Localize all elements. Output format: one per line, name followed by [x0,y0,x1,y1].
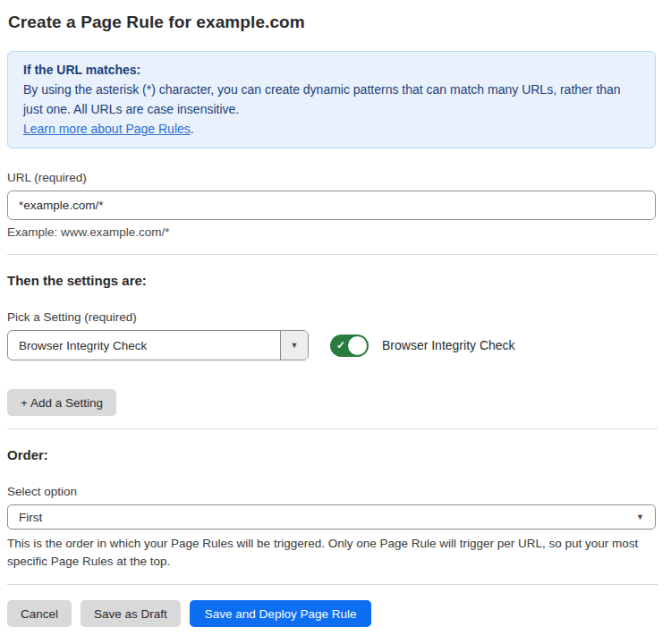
settings-section-heading: Then the settings are: [7,273,658,288]
url-example-hint: Example: www.example.com/* [7,225,658,239]
page-title: Create a Page Rule for example.com [8,13,658,32]
info-box-heading: If the URL matches: [23,60,640,80]
browser-integrity-toggle[interactable]: ✓ [330,335,369,357]
order-select[interactable]: First ▼ [7,504,656,530]
chevron-down-icon: ▼ [291,341,299,350]
toggle-label: Browser Integrity Check [382,338,515,352]
order-section-heading: Order: [7,447,658,462]
setting-row: Browser Integrity Check ▼ ✓ Browser Inte… [7,330,658,360]
chevron-down-icon: ▼ [636,513,644,521]
url-input[interactable] [7,191,656,220]
setting-select-value: Browser Integrity Check [8,331,280,360]
cancel-button[interactable]: Cancel [7,600,72,627]
info-box-link-line: Learn more about Page Rules. [23,119,640,139]
divider [7,254,658,255]
setting-select-arrow-button[interactable]: ▼ [280,331,308,360]
order-help-text: This is the order in which your Page Rul… [7,535,651,571]
order-select-value: First [19,511,42,524]
url-field-label: URL (required) [7,171,658,184]
toggle-knob [348,336,367,355]
save-as-draft-button[interactable]: Save as Draft [81,600,181,627]
add-setting-button[interactable]: + Add a Setting [7,389,116,416]
learn-more-link[interactable]: Learn more about Page Rules [23,122,191,136]
save-and-deploy-button[interactable]: Save and Deploy Page Rule [190,600,372,627]
page-rule-form: Create a Page Rule for example.com If th… [7,0,658,627]
link-suffix: . [191,122,194,136]
footer-actions: Cancel Save as Draft Save and Deploy Pag… [7,600,658,627]
divider [7,584,658,585]
setting-select[interactable]: Browser Integrity Check ▼ [7,330,309,360]
setting-picker-label: Pick a Setting (required) [7,310,658,324]
info-box-body: By using the asterisk (*) character, you… [23,80,640,119]
order-select-label: Select option [7,485,658,498]
check-icon: ✓ [336,338,345,353]
url-match-info-box: If the URL matches: By using the asteris… [7,51,656,148]
divider [7,428,658,429]
